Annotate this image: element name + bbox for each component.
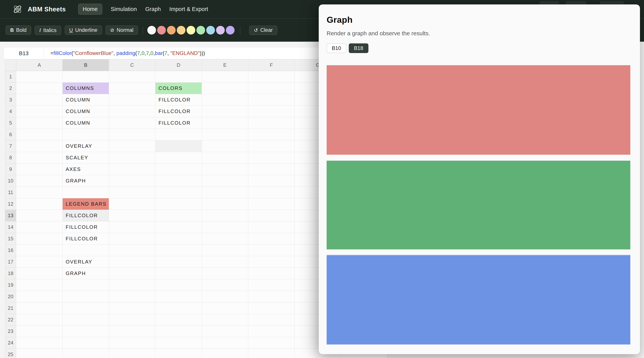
color-swatch-8[interactable] xyxy=(216,26,225,35)
cell-F11[interactable] xyxy=(248,187,295,198)
cell-C9[interactable] xyxy=(109,163,156,175)
cell-F15[interactable] xyxy=(248,233,295,245)
cell-F5[interactable] xyxy=(248,117,295,129)
cell-E13[interactable] xyxy=(202,210,248,222)
cell-D24[interactable] xyxy=(156,337,202,349)
cell-F9[interactable] xyxy=(248,163,295,175)
cell-E17[interactable] xyxy=(202,256,248,268)
cell-D25[interactable] xyxy=(156,349,202,358)
cell-C5[interactable] xyxy=(109,117,156,129)
cell-D1[interactable] xyxy=(156,71,202,83)
cell-F25[interactable] xyxy=(248,349,295,358)
cell-D16[interactable] xyxy=(156,245,202,256)
row-header-13[interactable]: 13 xyxy=(5,210,16,222)
cell-B17[interactable]: OVERLAY xyxy=(62,256,109,268)
cell-B22[interactable] xyxy=(62,314,109,326)
cell-F8[interactable] xyxy=(248,152,295,163)
cell-A9[interactable] xyxy=(16,163,62,175)
cell-A18[interactable] xyxy=(16,268,62,279)
cell-A3[interactable] xyxy=(16,94,62,106)
normal-button[interactable]: ⊘Normal xyxy=(106,26,138,35)
row-header-24[interactable]: 24 xyxy=(5,337,16,349)
cell-D3[interactable]: FILLCOLOR xyxy=(156,94,202,106)
row-header-6[interactable]: 6 xyxy=(5,129,16,140)
cell-D7[interactable] xyxy=(156,140,202,152)
cell-F13[interactable] xyxy=(248,210,295,222)
cell-C20[interactable] xyxy=(109,291,156,302)
row-header-22[interactable]: 22 xyxy=(5,314,16,326)
cell-E7[interactable] xyxy=(202,140,248,152)
cell-E20[interactable] xyxy=(202,291,248,302)
cell-E23[interactable] xyxy=(202,326,248,337)
color-swatch-6[interactable] xyxy=(196,26,205,35)
row-header-15[interactable]: 15 xyxy=(5,233,16,245)
cell-F3[interactable] xyxy=(248,94,295,106)
cell-C2[interactable] xyxy=(109,83,156,94)
cell-C8[interactable] xyxy=(109,152,156,163)
column-header-E[interactable]: E xyxy=(202,59,248,71)
cell-C16[interactable] xyxy=(109,245,156,256)
cell-A6[interactable] xyxy=(16,129,62,140)
cell-C13[interactable] xyxy=(109,210,156,222)
cell-A15[interactable] xyxy=(16,233,62,245)
cell-C22[interactable] xyxy=(109,314,156,326)
cell-C25[interactable] xyxy=(109,349,156,358)
cell-E14[interactable] xyxy=(202,222,248,233)
column-header-C[interactable]: C xyxy=(109,59,156,71)
cell-D23[interactable] xyxy=(156,326,202,337)
cell-C18[interactable] xyxy=(109,268,156,279)
cell-F22[interactable] xyxy=(248,314,295,326)
cell-C17[interactable] xyxy=(109,256,156,268)
cell-C14[interactable] xyxy=(109,222,156,233)
cell-A24[interactable] xyxy=(16,337,62,349)
cell-B12[interactable]: LEGEND BARS xyxy=(62,198,109,210)
cell-C7[interactable] xyxy=(109,140,156,152)
cell-A23[interactable] xyxy=(16,326,62,337)
underline-button[interactable]: UUnderline xyxy=(65,26,102,35)
cell-B18[interactable]: GRAPH xyxy=(62,268,109,279)
cell-F21[interactable] xyxy=(248,302,295,314)
nav-item-import-export[interactable]: Import & Export xyxy=(169,6,208,12)
cell-E24[interactable] xyxy=(202,337,248,349)
cell-A16[interactable] xyxy=(16,245,62,256)
cell-D5[interactable]: FILLCOLOR xyxy=(156,117,202,129)
cell-F1[interactable] xyxy=(248,71,295,83)
cell-D22[interactable] xyxy=(156,314,202,326)
formula-input[interactable]: =fillColor("CornflowerBlue", padding(7,0… xyxy=(44,50,205,56)
cell-F24[interactable] xyxy=(248,337,295,349)
cell-A4[interactable] xyxy=(16,106,62,117)
cell-D18[interactable] xyxy=(156,268,202,279)
cell-D10[interactable] xyxy=(156,175,202,187)
cell-F18[interactable] xyxy=(248,268,295,279)
row-header-2[interactable]: 2 xyxy=(5,83,16,94)
cell-A2[interactable] xyxy=(16,83,62,94)
grid-corner[interactable] xyxy=(5,59,16,71)
cell-F23[interactable] xyxy=(248,326,295,337)
row-header-10[interactable]: 10 xyxy=(5,175,16,187)
cell-A10[interactable] xyxy=(16,175,62,187)
cell-E10[interactable] xyxy=(202,175,248,187)
cell-A25[interactable] xyxy=(16,349,62,358)
row-header-12[interactable]: 12 xyxy=(5,198,16,210)
cell-D8[interactable] xyxy=(156,152,202,163)
row-header-14[interactable]: 14 xyxy=(5,222,16,233)
row-header-7[interactable]: 7 xyxy=(5,140,16,152)
cell-C21[interactable] xyxy=(109,302,156,314)
cell-A22[interactable] xyxy=(16,314,62,326)
color-swatch-7[interactable] xyxy=(206,26,215,35)
cell-B6[interactable] xyxy=(62,129,109,140)
cell-C6[interactable] xyxy=(109,129,156,140)
cell-D21[interactable] xyxy=(156,302,202,314)
row-header-4[interactable]: 4 xyxy=(5,106,16,117)
nav-item-graph[interactable]: Graph xyxy=(145,6,161,12)
cell-C1[interactable] xyxy=(109,71,156,83)
row-header-5[interactable]: 5 xyxy=(5,117,16,129)
cell-A11[interactable] xyxy=(16,187,62,198)
cell-E25[interactable] xyxy=(202,349,248,358)
cell-A12[interactable] xyxy=(16,198,62,210)
cell-A5[interactable] xyxy=(16,117,62,129)
cell-B11[interactable] xyxy=(62,187,109,198)
cell-A7[interactable] xyxy=(16,140,62,152)
row-header-21[interactable]: 21 xyxy=(5,302,16,314)
cell-E21[interactable] xyxy=(202,302,248,314)
